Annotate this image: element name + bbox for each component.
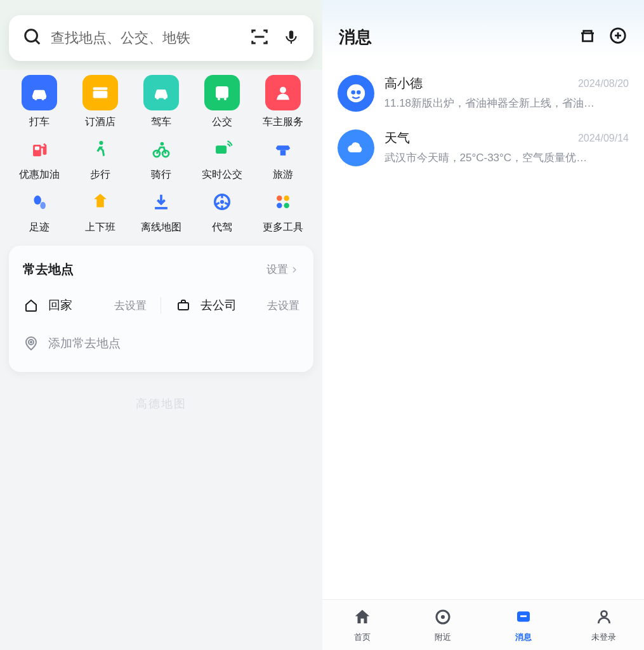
svg-rect-17 bbox=[35, 147, 39, 150]
shortcut-commute[interactable]: 上下班 bbox=[70, 188, 131, 234]
search-placeholder: 查找地点、公交、地铁 bbox=[51, 29, 250, 48]
download-icon bbox=[143, 188, 179, 216]
shortcut-footprint[interactable]: 足迹 bbox=[9, 188, 70, 234]
shortcut-label: 公交 bbox=[212, 116, 232, 129]
svg-point-6 bbox=[41, 98, 44, 100]
shortcut-label: 驾车 bbox=[151, 116, 171, 129]
voice-icon[interactable] bbox=[283, 29, 299, 48]
search-bar[interactable]: 查找地点、公交、地铁 bbox=[9, 15, 313, 61]
message-date: 2024/08/20 bbox=[578, 78, 629, 90]
profile-icon bbox=[595, 607, 614, 629]
more-icon bbox=[265, 188, 301, 216]
shortcut-gas[interactable]: 优惠加油 bbox=[9, 135, 70, 182]
rtbus-icon bbox=[204, 135, 240, 163]
svg-point-10 bbox=[163, 96, 166, 100]
svg-point-30 bbox=[284, 196, 289, 201]
svg-rect-3 bbox=[289, 30, 293, 39]
svg-rect-33 bbox=[178, 303, 188, 310]
svg-point-15 bbox=[280, 87, 286, 93]
svg-rect-8 bbox=[93, 88, 108, 90]
shortcut-more[interactable]: 更多工具 bbox=[253, 188, 313, 234]
messages-list: 高小德 2024/08/20 11.18新版出炉，省油神器全新上线，省油… 天气… bbox=[322, 57, 645, 184]
commute-icon bbox=[82, 188, 118, 216]
nav-label: 未登录 bbox=[591, 632, 616, 643]
footprint-icon bbox=[22, 188, 57, 216]
shortcut-label: 步行 bbox=[90, 168, 110, 182]
svg-point-5 bbox=[34, 98, 37, 100]
svg-rect-23 bbox=[280, 150, 286, 156]
shortcut-bike[interactable]: 骑行 bbox=[131, 135, 192, 182]
svg-rect-12 bbox=[218, 89, 227, 93]
owner-icon bbox=[265, 75, 301, 110]
shortcut-label: 订酒店 bbox=[85, 116, 115, 129]
shortcut-travel[interactable]: 旅游 bbox=[253, 135, 313, 182]
search-icon bbox=[23, 27, 42, 49]
shortcut-label: 骑行 bbox=[151, 168, 171, 182]
shortcut-walk[interactable]: 步行 bbox=[70, 135, 131, 182]
shortcut-label: 上下班 bbox=[85, 221, 115, 234]
divider bbox=[161, 297, 161, 314]
avatar bbox=[338, 129, 374, 166]
svg-point-46 bbox=[351, 90, 355, 95]
home-icon bbox=[353, 607, 372, 629]
broom-icon[interactable] bbox=[578, 26, 597, 48]
nav-label: 附近 bbox=[435, 632, 451, 643]
favorite-home[interactable]: 回家 去设置 bbox=[23, 297, 147, 314]
svg-point-52 bbox=[601, 611, 607, 616]
add-icon[interactable] bbox=[608, 26, 628, 48]
shortcut-label: 离线地图 bbox=[141, 221, 181, 234]
favorite-company[interactable]: 去公司 去设置 bbox=[175, 297, 299, 314]
nav-label: 首页 bbox=[354, 632, 371, 643]
home-icon bbox=[23, 297, 39, 314]
svg-point-21 bbox=[160, 142, 164, 146]
favorite-add[interactable]: 添加常去地点 bbox=[23, 335, 299, 352]
svg-point-9 bbox=[156, 96, 159, 100]
shortcut-label: 代驾 bbox=[212, 221, 232, 234]
scan-icon[interactable] bbox=[250, 27, 269, 49]
shortcut-label: 旅游 bbox=[273, 168, 293, 182]
shortcut-label: 车主服务 bbox=[263, 116, 303, 129]
nav-message[interactable]: 消息 bbox=[483, 600, 563, 650]
svg-point-24 bbox=[34, 196, 41, 204]
favorites-title: 常去地点 bbox=[23, 261, 74, 278]
shortcut-daijia[interactable]: 代驾 bbox=[192, 188, 253, 234]
shortcut-offline[interactable]: 离线地图 bbox=[131, 188, 192, 234]
message-icon bbox=[514, 607, 533, 629]
message-item[interactable]: 高小德 2024/08/20 11.18新版出炉，省油神器全新上线，省油… bbox=[322, 66, 645, 121]
favorites-settings-button[interactable]: 设置 bbox=[266, 262, 299, 277]
shortcut-rtbus[interactable]: 实时公交 bbox=[192, 135, 253, 182]
home-screen: 查找地点、公交、地铁 打车 订酒店 驾车 公交 车主服务 bbox=[0, 0, 322, 650]
avatar bbox=[338, 75, 374, 112]
svg-point-0 bbox=[25, 30, 37, 42]
shortcut-grid: 打车 订酒店 驾车 公交 车主服务 bbox=[9, 75, 313, 129]
pin-add-icon bbox=[23, 335, 39, 352]
shortcut-taxi[interactable]: 打车 bbox=[9, 75, 70, 129]
svg-rect-16 bbox=[33, 145, 41, 156]
svg-point-14 bbox=[224, 98, 227, 100]
svg-point-18 bbox=[99, 141, 103, 145]
message-name: 高小德 bbox=[384, 75, 423, 92]
svg-point-28 bbox=[220, 200, 224, 204]
messages-title: 消息 bbox=[339, 26, 567, 48]
walk-icon bbox=[82, 135, 118, 163]
favorites-card: 常去地点 设置 回家 去设置 bbox=[9, 246, 313, 372]
shortcut-bus[interactable]: 公交 bbox=[192, 75, 253, 129]
shortcut-hotel[interactable]: 订酒店 bbox=[70, 75, 131, 129]
message-name: 天气 bbox=[384, 129, 410, 147]
nav-profile[interactable]: 未登录 bbox=[563, 600, 644, 650]
wheel-icon bbox=[204, 188, 240, 216]
shortcut-drive[interactable]: 驾车 bbox=[131, 75, 192, 129]
car-icon bbox=[143, 75, 179, 110]
shortcut-owner[interactable]: 车主服务 bbox=[253, 75, 313, 129]
svg-point-47 bbox=[356, 90, 360, 95]
message-preview: 11.18新版出炉，省油神器全新上线，省油… bbox=[384, 96, 629, 110]
svg-point-13 bbox=[218, 98, 220, 100]
nav-home[interactable]: 首页 bbox=[322, 600, 403, 650]
nav-nearby[interactable]: 附近 bbox=[402, 600, 483, 650]
message-item[interactable]: 天气 2024/09/14 武汉市今天晴，25°C-33°C，空气质量优… bbox=[322, 121, 645, 175]
shortcut-label: 实时公交 bbox=[202, 168, 242, 182]
shortcut-label: 足迹 bbox=[29, 221, 49, 234]
shortcut-label: 更多工具 bbox=[263, 221, 303, 234]
svg-line-1 bbox=[36, 40, 39, 44]
bike-icon bbox=[143, 135, 179, 163]
